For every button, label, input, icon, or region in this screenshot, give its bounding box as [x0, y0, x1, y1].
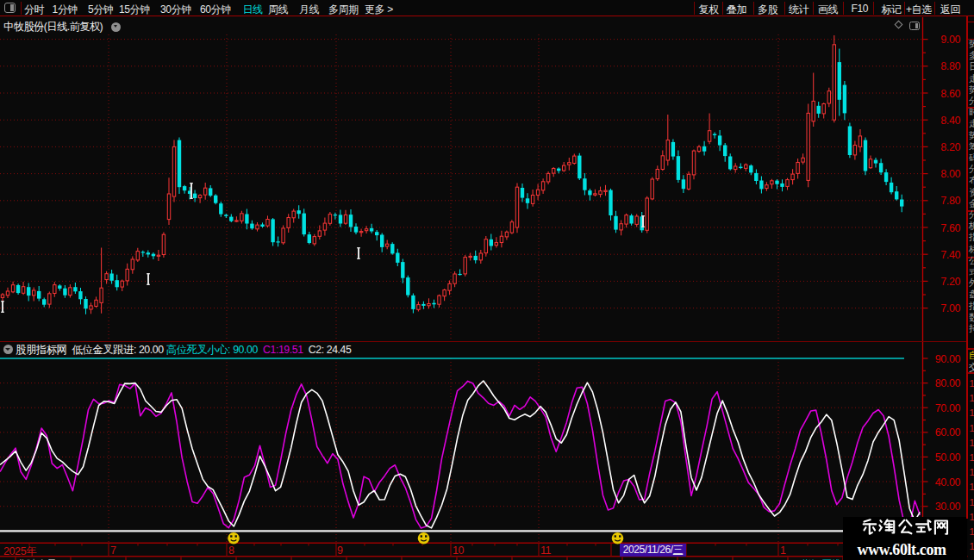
svg-text:7.60: 7.60 [940, 222, 960, 234]
svg-text:8.20: 8.20 [940, 141, 960, 153]
svg-text:8.80: 8.80 [940, 60, 960, 72]
svg-text:www.60lt.com: www.60lt.com [857, 541, 946, 558]
svg-text:40.00: 40.00 [935, 476, 961, 488]
svg-text:8.60: 8.60 [940, 88, 960, 100]
svg-text:60.00: 60.00 [935, 426, 961, 439]
svg-text:8.40: 8.40 [940, 115, 960, 127]
svg-text:7.00: 7.00 [940, 302, 960, 314]
svg-text:7.40: 7.40 [940, 249, 960, 261]
svg-text:70.00: 70.00 [935, 402, 961, 414]
svg-text:7.20: 7.20 [940, 276, 960, 288]
svg-text:50.00: 50.00 [935, 451, 961, 464]
svg-text:8.00: 8.00 [940, 168, 960, 180]
svg-text:30.00: 30.00 [935, 501, 961, 513]
svg-text:90.00: 90.00 [935, 353, 961, 365]
svg-text:80.00: 80.00 [935, 377, 961, 389]
svg-text:9.00: 9.00 [940, 34, 960, 46]
svg-text:7.80: 7.80 [940, 195, 960, 207]
